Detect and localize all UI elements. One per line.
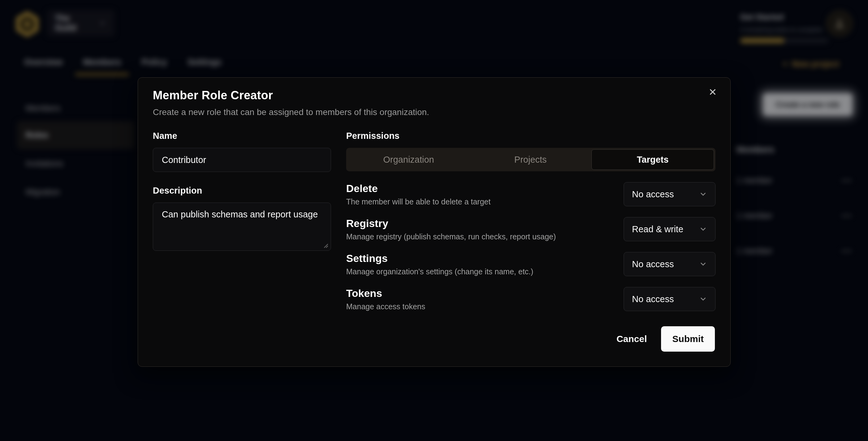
name-input[interactable] (153, 148, 331, 172)
cancel-button[interactable]: Cancel (617, 334, 647, 344)
app-root: The Guild Get Started 4 remaining tasks … (0, 0, 868, 441)
access-select-settings[interactable]: No access (624, 252, 715, 276)
tab-organization[interactable]: Organization (348, 149, 470, 170)
permission-row-registry: Registry Manage registry (publish schema… (346, 217, 715, 241)
close-icon: ✕ (709, 86, 717, 98)
permission-scope-tabs: Organization Projects Targets (346, 148, 715, 171)
chevron-down-icon (699, 190, 707, 198)
permission-description: Manage access tokens (346, 302, 425, 311)
permission-title: Registry (346, 217, 556, 229)
resize-handle-icon[interactable] (323, 243, 329, 248)
description-textarea[interactable]: Can publish schemas and report usage (153, 202, 331, 251)
name-label: Name (153, 131, 177, 141)
member-role-creator-modal: ✕ Member Role Creator Create a new role … (138, 77, 731, 367)
access-select-value: No access (632, 259, 674, 270)
chevron-down-icon (699, 260, 707, 268)
role-identity-column: Name Description Can publish schemas and… (153, 131, 331, 252)
permission-title: Delete (346, 183, 491, 194)
chevron-down-icon (699, 295, 707, 303)
modal-title: Member Role Creator (153, 89, 273, 102)
tab-targets[interactable]: Targets (591, 149, 714, 170)
permission-title: Tokens (346, 287, 425, 300)
description-label: Description (153, 186, 331, 196)
permission-description: Manage registry (publish schemas, run ch… (346, 232, 556, 241)
permission-title: Settings (346, 252, 533, 264)
tab-projects[interactable]: Projects (470, 149, 591, 170)
access-select-registry[interactable]: Read & write (624, 217, 715, 241)
submit-button[interactable]: Submit (661, 326, 715, 352)
permissions-label: Permissions (346, 131, 715, 141)
permission-description: Manage organization's settings (change i… (346, 267, 533, 276)
modal-footer: Cancel Submit (617, 326, 715, 352)
access-select-value: No access (632, 189, 674, 199)
modal-subtitle: Create a new role that can be assigned t… (153, 107, 429, 117)
access-select-tokens[interactable]: No access (624, 287, 715, 311)
access-select-delete[interactable]: No access (624, 182, 715, 206)
access-select-value: No access (632, 294, 674, 304)
close-button[interactable]: ✕ (706, 85, 720, 99)
permission-row-settings: Settings Manage organization's settings … (346, 252, 715, 276)
access-select-value: Read & write (632, 224, 683, 234)
permission-row-tokens: Tokens Manage access tokens No access (346, 287, 715, 311)
permission-description: The member will be able to delete a targ… (346, 197, 491, 206)
permission-row-delete: Delete The member will be able to delete… (346, 182, 715, 206)
permissions-column: Permissions Organization Projects Target… (346, 131, 715, 311)
chevron-down-icon (699, 225, 707, 233)
